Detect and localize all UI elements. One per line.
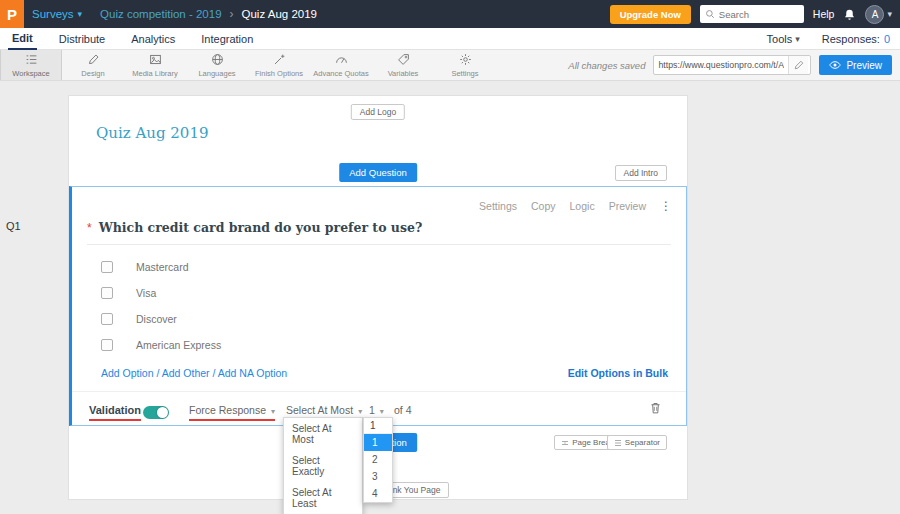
toolbar-item-variables[interactable]: Variables xyxy=(372,50,434,80)
count-open-dropdown: 1 1 2 3 4 xyxy=(363,417,393,503)
preview-label: Preview xyxy=(846,60,882,71)
upgrade-now-button[interactable]: Upgrade Now xyxy=(610,5,691,24)
toolbar-item-workspace[interactable]: Workspace xyxy=(0,50,62,80)
eye-icon xyxy=(829,59,841,71)
tools-menu[interactable]: Tools ▾ xyxy=(767,33,800,45)
search-box[interactable] xyxy=(700,5,804,23)
breadcrumb-parent[interactable]: Quiz competition - 2019 xyxy=(100,8,221,20)
chevron-down-icon: ▾ xyxy=(78,9,83,19)
toolbar-item-label: Variables xyxy=(388,69,419,78)
chevron-down-icon: ▾ xyxy=(358,407,362,416)
tools-label: Tools xyxy=(767,33,793,45)
finish-options-wand-icon xyxy=(273,53,286,68)
media-image-icon xyxy=(149,53,162,68)
question-divider xyxy=(87,244,671,245)
select-mode-value: Select At Most xyxy=(286,404,353,416)
workspace-icon xyxy=(25,53,38,68)
option-checkbox[interactable] xyxy=(101,339,113,351)
separator-button[interactable]: Separator xyxy=(607,435,667,450)
option-label[interactable]: Discover xyxy=(136,313,177,325)
toolbar-item-label: Advance Quotas xyxy=(313,69,368,78)
count-option-4[interactable]: 4 xyxy=(364,485,392,502)
count-option-1[interactable]: 1 xyxy=(364,434,392,451)
notifications-bell-icon[interactable] xyxy=(843,8,856,21)
nav-tab-distribute[interactable]: Distribute xyxy=(55,28,109,50)
question-copy-link[interactable]: Copy xyxy=(531,200,556,212)
help-link[interactable]: Help xyxy=(813,8,835,20)
add-option-links[interactable]: Add Option / Add Other / Add NA Option xyxy=(101,367,287,379)
validation-divider xyxy=(72,391,686,392)
option-checkbox[interactable] xyxy=(101,287,113,299)
page-break-icon xyxy=(561,439,569,447)
responses-indicator[interactable]: Responses: 0 xyxy=(822,33,890,45)
force-response-value: Force Response xyxy=(189,404,266,416)
option-label[interactable]: Mastercard xyxy=(136,261,189,273)
dropdown-option-select-at-least[interactable]: Select At Least xyxy=(284,482,362,514)
option-row: Visa xyxy=(101,287,156,299)
top-bar: P Surveys ▾ Quiz competition - 2019 › Qu… xyxy=(0,0,900,28)
separator-label: Separator xyxy=(625,438,660,447)
separator-icon xyxy=(614,439,622,447)
save-status-text: All changes saved xyxy=(568,60,645,71)
preview-button[interactable]: Preview xyxy=(819,55,892,75)
chevron-down-icon: ▾ xyxy=(271,407,275,416)
option-label[interactable]: American Express xyxy=(136,339,221,351)
validation-label: Validation xyxy=(89,404,141,421)
option-row: Discover xyxy=(101,313,177,325)
dropdown-option-select-at-most[interactable]: Select At Most xyxy=(284,418,362,450)
question-text[interactable]: Which credit card brand do you prefer to… xyxy=(99,220,423,235)
edit-url-pencil-icon[interactable] xyxy=(788,56,808,74)
more-options-icon[interactable]: ⋮ xyxy=(660,199,672,213)
nav-tab-edit[interactable]: Edit xyxy=(8,28,37,50)
toolbar-item-languages[interactable]: Languages xyxy=(186,50,248,80)
count-option-2[interactable]: 2 xyxy=(364,451,392,468)
surveys-product-menu[interactable]: Surveys ▾ xyxy=(24,8,92,20)
option-label[interactable]: Visa xyxy=(136,287,156,299)
toolbar-item-label: Design xyxy=(81,69,104,78)
survey-title[interactable]: Quiz Aug 2019 xyxy=(96,124,208,142)
toolbar-item-finish-options[interactable]: Finish Options xyxy=(248,50,310,80)
toolbar-item-advance-quotas[interactable]: Advance Quotas xyxy=(310,50,372,80)
nav-right-cluster: Tools ▾ Responses: 0 xyxy=(767,33,900,45)
question-settings-link[interactable]: Settings xyxy=(479,200,517,212)
validation-toggle[interactable] xyxy=(143,406,169,419)
toolbar-item-design[interactable]: Design xyxy=(62,50,124,80)
search-icon xyxy=(705,9,715,19)
of-total-label: of 4 xyxy=(394,404,412,416)
add-question-button-top[interactable]: Add Question xyxy=(339,163,417,182)
search-input[interactable] xyxy=(719,9,799,20)
languages-globe-icon xyxy=(211,53,224,68)
add-logo-button[interactable]: Add Logo xyxy=(351,104,405,120)
breadcrumb-current: Quiz Aug 2019 xyxy=(242,8,317,20)
breadcrumb-separator-icon: › xyxy=(230,7,234,21)
count-dropdown-current-value[interactable]: 1 xyxy=(364,418,392,434)
count-value: 1 xyxy=(369,404,375,416)
settings-gear-icon xyxy=(459,53,472,68)
question-preview-link[interactable]: Preview xyxy=(609,200,646,212)
topbar-right-cluster: Upgrade Now Help A ▾ xyxy=(610,5,900,24)
toolbar-item-label: Languages xyxy=(198,69,235,78)
dropdown-option-select-exactly[interactable]: Select Exactly xyxy=(284,450,362,482)
question-actions: Settings Copy Logic Preview ⋮ xyxy=(479,199,672,213)
questionpro-logo[interactable]: P xyxy=(0,0,24,28)
option-checkbox[interactable] xyxy=(101,313,113,325)
delete-question-trash-icon[interactable] xyxy=(649,401,662,415)
toolbar-item-media-library[interactable]: Media Library xyxy=(124,50,186,80)
editor-canvas: Q1 Add Logo Quiz Aug 2019 Add Question A… xyxy=(0,81,900,514)
survey-url-input[interactable] xyxy=(654,60,788,70)
force-response-dropdown[interactable]: Force Response▾ xyxy=(189,404,275,421)
nav-tab-analytics[interactable]: Analytics xyxy=(127,28,179,50)
option-checkbox[interactable] xyxy=(101,261,113,273)
nav-tab-integration[interactable]: Integration xyxy=(197,28,257,50)
app-window: P Surveys ▾ Quiz competition - 2019 › Qu… xyxy=(0,0,900,514)
avatar-initial: A xyxy=(865,5,884,24)
required-asterisk: * xyxy=(87,221,92,235)
add-intro-button[interactable]: Add Intro xyxy=(615,165,668,181)
edit-options-in-bulk-link[interactable]: Edit Options in Bulk xyxy=(568,367,668,379)
question-text-row: * Which credit card brand do you prefer … xyxy=(87,220,422,235)
breadcrumb: Quiz competition - 2019 › Quiz Aug 2019 xyxy=(100,7,317,21)
avatar[interactable]: A ▾ xyxy=(865,5,892,24)
count-option-3[interactable]: 3 xyxy=(364,468,392,485)
toolbar-item-settings[interactable]: Settings xyxy=(434,50,496,80)
question-logic-link[interactable]: Logic xyxy=(570,200,595,212)
